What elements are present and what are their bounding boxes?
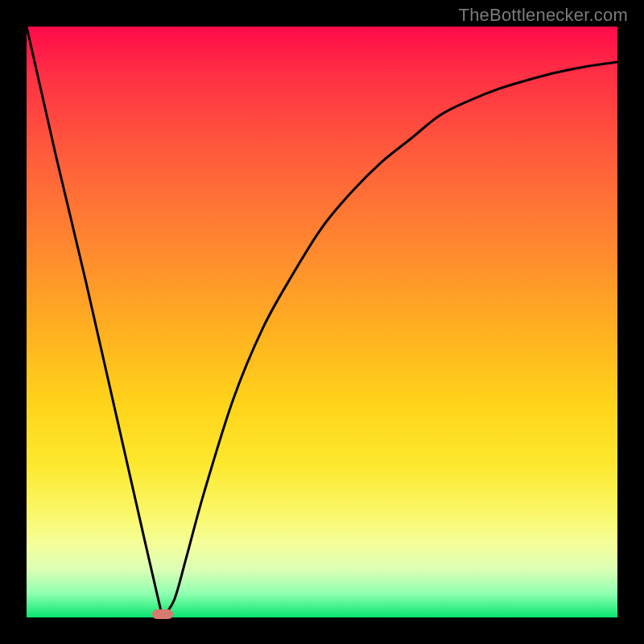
optimum-marker xyxy=(152,609,173,619)
curve-path xyxy=(27,27,617,617)
plot-area xyxy=(27,27,617,617)
bottleneck-curve xyxy=(27,27,617,617)
chart-frame: TheBottlenecker.com xyxy=(0,0,644,644)
watermark-text: TheBottlenecker.com xyxy=(459,5,628,26)
